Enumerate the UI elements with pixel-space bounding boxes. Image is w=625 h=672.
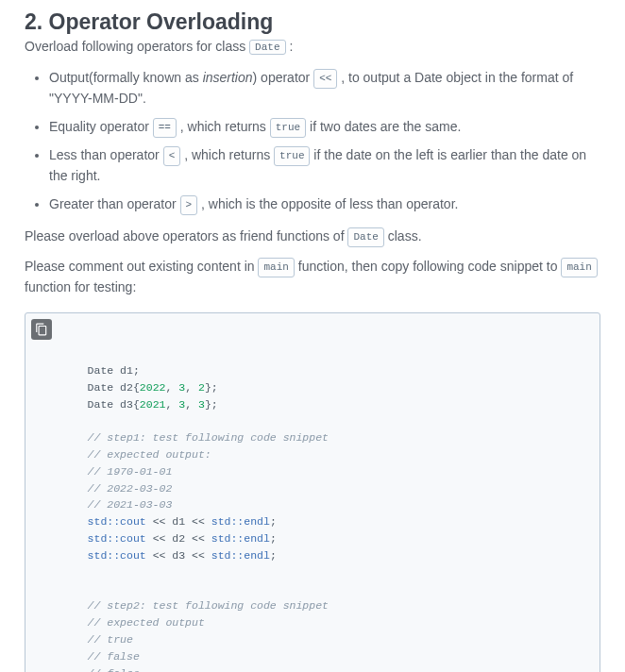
code-text: , <box>165 381 178 394</box>
code-num: 2 <box>198 381 205 394</box>
inline-code-date: Date <box>249 40 285 55</box>
lead-text-pre: Overload following operators for class <box>25 39 249 54</box>
inline-code-main: main <box>561 258 597 277</box>
lead-paragraph: Overload following operators for class D… <box>25 39 600 55</box>
code-line: Date d1; <box>61 364 140 377</box>
list-item: Equality operator == , which returns tru… <box>49 117 600 138</box>
code-comment: // false <box>61 650 140 663</box>
text: function, then copy following code snipp… <box>295 259 562 274</box>
text: class. <box>384 228 422 244</box>
code-text: }; <box>205 398 218 411</box>
paragraph-friend: Please overload above operators as frien… <box>25 227 600 247</box>
code-text: ; <box>270 549 277 562</box>
lead-text-post: : <box>289 39 293 54</box>
operator-list: Output(formally known as insertion) oper… <box>25 68 600 215</box>
inline-code-date: Date <box>347 227 383 247</box>
code-ns: std::endl <box>211 532 270 545</box>
code-text: ; <box>270 532 277 545</box>
inline-code-eq-op: == <box>153 118 177 138</box>
code-text: , <box>185 381 198 394</box>
code-comment: // true <box>61 633 133 646</box>
text: Greater than operator <box>49 196 180 211</box>
text: Output(formally known as <box>49 70 203 85</box>
code-text: , <box>185 398 198 411</box>
code-line <box>61 515 88 528</box>
code-num: 2021 <box>140 398 166 411</box>
code-ns: std::endl <box>211 515 270 528</box>
code-line: Date d2{ <box>61 381 140 394</box>
inline-code-main: main <box>258 258 294 277</box>
text: , which returns <box>177 119 270 134</box>
text: if two dates are the same. <box>306 119 461 134</box>
inline-code-insertion-op: << <box>313 69 337 89</box>
code-num: 3 <box>198 398 205 411</box>
code-comment: // step2: test following code snippet <box>61 599 329 612</box>
copy-code-button[interactable] <box>31 319 52 340</box>
text: Equality operator <box>49 119 153 134</box>
section-heading: 2. Operator Overloading <box>25 9 600 35</box>
code-comment: // 1970-01-01 <box>61 465 172 478</box>
text: Please comment out existing content in <box>25 259 258 274</box>
code-ns: std::cout <box>88 549 146 562</box>
italic-text: insertion <box>203 70 253 85</box>
list-item: Output(formally known as insertion) oper… <box>49 68 600 109</box>
code-line <box>61 549 88 562</box>
code-comment: // 2021-03-03 <box>61 498 172 511</box>
code-ns: std::cout <box>88 532 146 545</box>
code-ns: std::cout <box>88 515 146 528</box>
code-line: Date d3{ <box>61 398 140 411</box>
inline-code-gt-op: > <box>180 195 198 215</box>
text: Less than operator <box>49 147 163 162</box>
code-text: ; <box>270 515 277 528</box>
code-text: << d1 << <box>146 515 211 528</box>
text: , which is the opposite of less than ope… <box>197 196 458 211</box>
text: Please overload above operators as frien… <box>25 228 347 244</box>
code-comment: // expected output: <box>61 448 211 461</box>
code-block: Date d1; Date d2{2022, 3, 2}; Date d3{20… <box>25 312 600 672</box>
text: function for testing: <box>25 279 136 294</box>
code-text: }; <box>205 381 218 394</box>
code-ns: std::endl <box>211 549 270 562</box>
code-comment: // 2022-03-02 <box>61 482 172 495</box>
code-text: , <box>165 398 178 411</box>
list-item: Less than operator < , which returns tru… <box>49 145 600 187</box>
code-line <box>61 532 88 545</box>
clipboard-icon <box>35 323 48 336</box>
page-content: 2. Operator Overloading Overload followi… <box>0 0 625 672</box>
paragraph-instructions: Please comment out existing content in m… <box>25 257 600 298</box>
code-num: 2022 <box>140 381 166 394</box>
inline-code-lt-op: < <box>163 146 181 166</box>
code-comment: // expected output <box>61 616 205 629</box>
inline-code-true: true <box>270 118 306 138</box>
text: , which returns <box>180 147 274 162</box>
code-text: << d2 << <box>146 532 211 545</box>
code-comment: // step1: test following code snippet <box>61 431 329 444</box>
code-comment: // false <box>61 667 140 672</box>
text: ) operator <box>253 70 314 85</box>
code-text: << d3 << <box>146 549 211 562</box>
list-item: Greater than operator > , which is the o… <box>49 194 600 215</box>
inline-code-true: true <box>274 146 310 166</box>
